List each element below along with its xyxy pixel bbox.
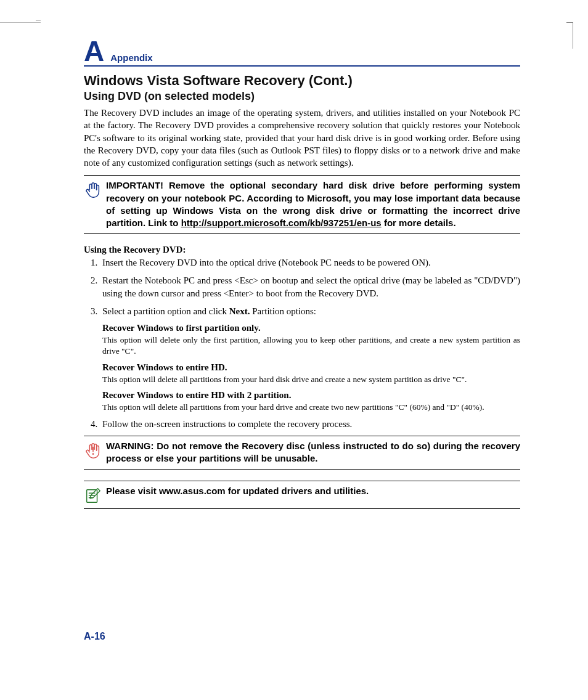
option-a-desc: This option will delete only the first p…	[102, 335, 520, 357]
step-3-post: Partition options:	[250, 306, 317, 316]
page-title: Windows Vista Software Recovery (Cont.)	[84, 73, 520, 89]
option-a-title: Recover Windows to first partition only.	[102, 322, 520, 335]
step-3-bold: Next.	[229, 306, 250, 316]
svg-point-1	[92, 454, 93, 454]
crop-mark-left	[0, 22, 41, 28]
svg-rect-2	[87, 489, 97, 502]
note-icon	[84, 486, 102, 505]
manual-page: A Appendix Windows Vista Software Recove…	[0, 0, 588, 700]
important-link[interactable]: http://support.microsoft.com/kb/937251/e…	[181, 218, 382, 228]
intro-paragraph: The Recovery DVD includes an image of th…	[84, 107, 520, 169]
option-b-desc: This option will delete all partitions f…	[102, 374, 520, 385]
option-c-desc: This option will delete all partitions f…	[102, 402, 520, 413]
option-c: Recover Windows to entire HD with 2 part…	[102, 389, 520, 413]
option-c-title: Recover Windows to entire HD with 2 part…	[102, 389, 520, 402]
steps-list: Insert the Recovery DVD into the optical…	[84, 256, 520, 431]
hand-stop-icon	[84, 181, 102, 199]
option-b: Recover Windows to entire HD. This optio…	[102, 361, 520, 385]
warning-callout: WARNING: Do not remove the Recovery disc…	[84, 436, 520, 470]
section-letter: A	[84, 37, 104, 65]
warning-hand-icon	[84, 441, 102, 460]
crop-mark-right	[566, 22, 573, 49]
note-text: Please visit www.asus.com for updated dr…	[106, 485, 520, 497]
warning-text: WARNING: Do not remove the Recovery disc…	[106, 440, 520, 465]
page-number: A-16	[84, 631, 105, 642]
page-subtitle: Using DVD (on selected models)	[84, 90, 520, 103]
option-a: Recover Windows to first partition only.…	[102, 322, 520, 357]
step-3-pre: Select a partition option and click	[102, 306, 229, 316]
section-header: A Appendix	[84, 37, 520, 67]
option-b-title: Recover Windows to entire HD.	[102, 361, 520, 374]
step-4: Follow the on-screen instructions to com…	[100, 418, 520, 431]
important-post: for more details.	[382, 218, 456, 228]
step-3: Select a partition option and click Next…	[100, 305, 520, 413]
note-callout: Please visit www.asus.com for updated dr…	[84, 481, 520, 509]
step-1: Insert the Recovery DVD into the optical…	[100, 256, 520, 269]
section-label: Appendix	[110, 52, 152, 63]
important-text: IMPORTANT! Remove the optional secondary…	[106, 179, 520, 229]
step-2: Restart the Notebook PC and press <Esc> …	[100, 274, 520, 300]
steps-heading: Using the Recovery DVD:	[84, 245, 520, 255]
important-callout: IMPORTANT! Remove the optional secondary…	[84, 175, 520, 234]
